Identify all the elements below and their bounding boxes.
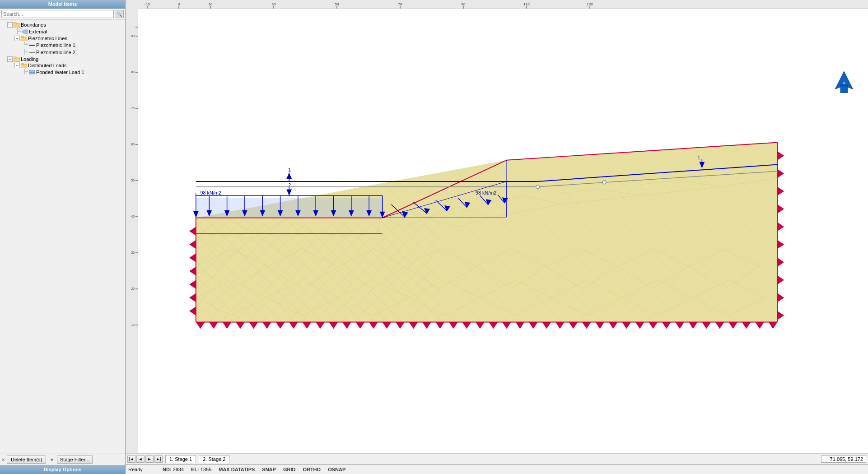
main-canvas[interactable]: 2 98 kN/m2 98 kN/m2 1 1 (138, 9, 868, 453)
search-input[interactable] (1, 10, 114, 18)
tree-item-ponded[interactable]: Ponded Water Load 1 (0, 69, 125, 76)
osnap-item[interactable]: OSNAP (328, 467, 345, 472)
ruler-left: 90 80 70 60 50 40 30 20 10 (126, 0, 138, 453)
svg-text:20: 20 (131, 287, 135, 290)
svg-rect-15 (21, 64, 27, 68)
search-bar: 🔍 (0, 9, 125, 20)
tree-item-external[interactable]: External (0, 28, 125, 35)
expander-distributed[interactable]: − (14, 63, 20, 68)
svg-text:30: 30 (131, 251, 135, 254)
tree-item-loading[interactable]: − Loading (0, 56, 125, 62)
svg-text:130: 130 (587, 2, 593, 6)
delete-item-button[interactable]: Delete Item(s) (7, 455, 46, 464)
el-item: EL: 1355 (191, 467, 211, 472)
ponded-icon (29, 70, 35, 75)
svg-text:80: 80 (131, 70, 135, 74)
main-area: -10 0 10 30 50 70 90 110 130 (126, 0, 868, 474)
svg-rect-5 (21, 37, 27, 41)
svg-marker-4 (22, 30, 28, 33)
svg-rect-300 (840, 86, 848, 93)
nd-value: 2834 (173, 467, 184, 472)
panel-title: Model Items (0, 0, 125, 9)
nd-item: ND: 2834 (163, 467, 184, 472)
tree-item-boundaries[interactable]: − Boundaries (0, 22, 125, 28)
folder-icon (14, 22, 20, 28)
display-options-button[interactable]: Display Options (0, 465, 125, 474)
svg-text:10: 10 (209, 2, 213, 6)
tree-item-piezo1[interactable]: Piezometric line 1 (0, 42, 125, 49)
ortho-label: ORTHO (303, 467, 321, 472)
stage2-tab[interactable]: 2. Stage 2 (199, 455, 229, 463)
svg-rect-0 (14, 23, 20, 28)
expander-loading[interactable]: − (7, 56, 13, 62)
canvas-area[interactable]: -10 0 10 30 50 70 90 110 130 (126, 0, 868, 453)
piezo1-label: Piezometric line 1 (36, 42, 75, 48)
piezo-lines-label: Piezometric Lines (28, 36, 67, 41)
max-datatips-label: MAX DATATIPS (219, 467, 255, 472)
tree-container: − Boundaries External − Pi (0, 20, 125, 454)
max-datatips-item[interactable]: MAX DATATIPS (219, 467, 255, 472)
distributed-folder-icon (21, 63, 27, 68)
svg-text:50: 50 (335, 2, 339, 6)
ponded-label: Ponded Water Load 1 (36, 70, 84, 75)
svg-rect-241 (196, 198, 383, 218)
stage1-tab[interactable]: 1. Stage 1 (165, 455, 196, 463)
ortho-item[interactable]: ORTHO (303, 467, 321, 472)
el-value: 1355 (201, 467, 211, 472)
external-label: External (29, 29, 47, 34)
svg-rect-16 (21, 63, 23, 65)
tree-item-piezo-lines[interactable]: − Piezometric Lines (0, 35, 125, 42)
svg-text:-10: -10 (145, 2, 150, 6)
boundaries-label: Boundaries (21, 22, 46, 28)
svg-text:90: 90 (462, 2, 466, 6)
nav-next-btn[interactable]: ►| (154, 455, 163, 463)
loading-folder-icon (14, 56, 20, 62)
tree-item-piezo2[interactable]: Piezometric line 2 (0, 49, 125, 56)
svg-text:40: 40 (131, 215, 135, 218)
nav-bar: |◄ ◄ ► ►| 1. Stage 1 2. Stage 2 71.065, … (126, 453, 868, 464)
grid-item[interactable]: GRID (283, 467, 296, 472)
coordinates-display: 71.065, 59.172 (821, 455, 866, 463)
piezo-folder-icon (21, 36, 27, 41)
nav-prev-btn[interactable]: ◄ (136, 455, 145, 463)
distributed-label: Distributed Loads (28, 63, 67, 68)
svg-text:30: 30 (272, 2, 276, 6)
svg-rect-13 (14, 58, 20, 62)
svg-text:60: 60 (131, 143, 135, 146)
search-icon[interactable]: 🔍 (115, 10, 124, 18)
load-label-right: 98 kN/m2 (476, 190, 496, 195)
expander-piezo[interactable]: − (14, 36, 20, 41)
piezo2-label: Piezometric line 2 (36, 50, 75, 55)
svg-text:110: 110 (523, 2, 530, 6)
snap-item[interactable]: SNAP (262, 467, 276, 472)
svg-text:10: 10 (131, 323, 135, 326)
load-label-left: 98 kN/m2 (201, 190, 221, 195)
grid-label: GRID (283, 467, 296, 472)
expander-boundaries[interactable]: − (7, 22, 13, 28)
nd-label: ND: (163, 467, 172, 472)
nav-first-btn[interactable]: |◄ (127, 455, 135, 463)
svg-text:70: 70 (131, 107, 135, 110)
stage-filter-button[interactable]: Stage Filter... (57, 455, 93, 464)
svg-rect-6 (21, 36, 23, 37)
piezo2-icon (29, 50, 35, 55)
svg-text:1: 1 (288, 167, 291, 172)
delete-btn-row: ✕ Delete Item(s) ▼ Stage Filter... (0, 454, 125, 465)
ruler-top: -10 0 10 30 50 70 90 110 130 (138, 0, 868, 9)
svg-text:70: 70 (398, 2, 402, 6)
tree-item-distributed[interactable]: − Distributed Loads (0, 62, 125, 69)
svg-rect-21 (138, 0, 868, 9)
panel-bottom: ✕ Delete Item(s) ▼ Stage Filter... Displ… (0, 454, 125, 474)
loading-label: Loading (21, 56, 38, 62)
status-ready: Ready (128, 467, 155, 472)
piezo1-icon (29, 42, 35, 48)
svg-rect-1 (14, 23, 16, 24)
svg-point-292 (536, 185, 540, 189)
svg-text:0: 0 (178, 2, 180, 6)
svg-rect-40 (126, 0, 138, 453)
status-bar: Ready ND: 2834 EL: 1355 MAX DATATIPS SNA… (126, 464, 868, 474)
snap-label: SNAP (262, 467, 276, 472)
svg-text:90: 90 (131, 34, 135, 37)
nav-play-btn[interactable]: ► (145, 455, 154, 463)
svg-text:1: 1 (698, 155, 700, 160)
